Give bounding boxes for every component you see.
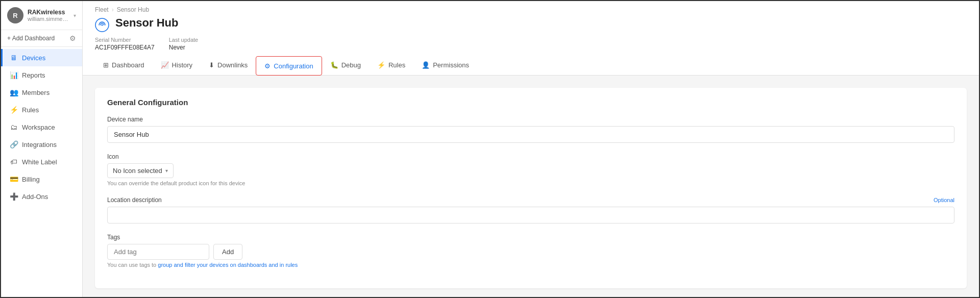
tags-input[interactable] bbox=[107, 244, 209, 260]
location-input[interactable] bbox=[107, 207, 954, 224]
tab-downlinks-label: Downlinks bbox=[217, 61, 248, 69]
icon-group: Icon No Icon selected ▾ You can override… bbox=[107, 153, 954, 186]
device-meta: Serial Number AC1F09FFFE08E4A7 Last upda… bbox=[95, 37, 967, 51]
device-name-input[interactable] bbox=[107, 126, 954, 143]
sidebar: R RAKwireless william.simmerman... ▾ + A… bbox=[1, 1, 83, 298]
sidebar-item-billing[interactable]: 💳 Billing bbox=[1, 170, 82, 188]
section-title: General Configuration bbox=[107, 98, 954, 107]
user-name: william.simmerman... bbox=[28, 16, 69, 22]
tab-configuration[interactable]: ⚙ Configuration bbox=[256, 56, 322, 76]
sidebar-item-label: Reports bbox=[22, 71, 45, 79]
avatar: R bbox=[7, 7, 23, 23]
tab-history-label: History bbox=[172, 61, 192, 69]
location-group: Location description Optional bbox=[107, 196, 954, 224]
breadcrumb-fleet[interactable]: Fleet bbox=[95, 6, 109, 13]
sidebar-item-reports[interactable]: 📊 Reports bbox=[1, 66, 82, 84]
org-info: RAKwireless william.simmerman... bbox=[28, 9, 69, 22]
sidebar-actions: + Add Dashboard ⚙ bbox=[1, 30, 82, 47]
sidebar-item-members[interactable]: 👥 Members bbox=[1, 84, 82, 101]
tab-permissions-label: Permissions bbox=[433, 61, 469, 69]
org-header[interactable]: R RAKwireless william.simmerman... ▾ bbox=[1, 1, 82, 30]
tab-permissions[interactable]: 👤 Permissions bbox=[413, 56, 477, 75]
breadcrumb-sensor-hub[interactable]: Sensor Hub bbox=[117, 6, 149, 13]
chevron-down-icon: ▾ bbox=[74, 13, 76, 18]
tab-history[interactable]: 📈 History bbox=[153, 56, 201, 75]
tabs: ⊞ Dashboard 📈 History ⬇ Downlinks ⚙ Conf… bbox=[95, 56, 967, 75]
tab-configuration-label: Configuration bbox=[274, 62, 313, 70]
icon-label: Icon bbox=[107, 153, 954, 160]
location-label-row: Location description Optional bbox=[107, 196, 954, 204]
tab-debug[interactable]: 🐛 Debug bbox=[322, 56, 369, 75]
add-tag-button[interactable]: Add bbox=[213, 244, 242, 260]
tab-rules-label: Rules bbox=[388, 61, 405, 69]
sensor-hub-logo-icon bbox=[95, 18, 109, 32]
sidebar-item-label: Billing bbox=[22, 176, 40, 183]
configuration-tab-icon: ⚙ bbox=[264, 62, 271, 70]
billing-icon: 💳 bbox=[10, 175, 18, 183]
sidebar-item-label: Rules bbox=[22, 106, 39, 114]
add-dashboard-button[interactable]: + Add Dashboard bbox=[7, 35, 65, 42]
reports-icon: 📊 bbox=[10, 71, 18, 79]
serial-number-label: Serial Number bbox=[95, 37, 155, 43]
add-ons-icon: ➕ bbox=[10, 192, 18, 201]
tab-downlinks[interactable]: ⬇ Downlinks bbox=[201, 56, 256, 75]
sidebar-item-label: Devices bbox=[22, 54, 45, 62]
sidebar-nav: 🖥 Devices 📊 Reports 👥 Members ⚡ Rules 🗂 … bbox=[1, 47, 82, 207]
chevron-down-icon: ▾ bbox=[165, 168, 168, 173]
svg-point-1 bbox=[102, 24, 103, 26]
debug-tab-icon: 🐛 bbox=[330, 61, 338, 69]
icon-select-label: No Icon selected bbox=[113, 167, 162, 175]
last-update-label: Last update bbox=[169, 37, 199, 43]
device-name-label: Device name bbox=[107, 116, 954, 123]
members-icon: 👥 bbox=[10, 88, 18, 96]
white-label-icon: 🏷 bbox=[10, 158, 18, 166]
sidebar-item-workspace[interactable]: 🗂 Workspace bbox=[1, 118, 82, 136]
sidebar-item-integrations[interactable]: 🔗 Integrations bbox=[1, 136, 82, 153]
serial-number-value: AC1F09FFFE08E4A7 bbox=[95, 44, 155, 51]
devices-icon: 🖥 bbox=[10, 54, 18, 62]
sidebar-item-label: Integrations bbox=[22, 141, 57, 148]
dashboard-tab-icon: ⊞ bbox=[103, 61, 109, 69]
content-area: General Configuration Device name Icon N… bbox=[83, 76, 979, 298]
sidebar-item-white-label[interactable]: 🏷 White Label bbox=[1, 153, 82, 170]
tab-dashboard-label: Dashboard bbox=[112, 61, 144, 69]
last-update-value: Never bbox=[169, 44, 199, 51]
sidebar-item-label: Workspace bbox=[22, 123, 55, 131]
icon-select[interactable]: No Icon selected ▾ bbox=[107, 163, 174, 178]
topbar: Fleet › Sensor Hub Sensor Hub Serial Num… bbox=[83, 1, 979, 76]
location-label: Location description bbox=[107, 196, 162, 204]
tab-rules[interactable]: ⚡ Rules bbox=[369, 56, 413, 75]
page-title: Sensor Hub bbox=[115, 16, 178, 30]
org-name: RAKwireless bbox=[28, 9, 69, 16]
main-content: Fleet › Sensor Hub Sensor Hub Serial Num… bbox=[83, 1, 979, 298]
breadcrumb-separator: › bbox=[112, 6, 114, 13]
tags-hint: You can use tags to group and filter you… bbox=[107, 262, 954, 268]
tags-hint-link[interactable]: group and filter your devices on dashboa… bbox=[158, 262, 298, 268]
sidebar-item-label: White Label bbox=[22, 158, 57, 166]
rules-icon: ⚡ bbox=[10, 106, 18, 114]
gear-icon[interactable]: ⚙ bbox=[69, 34, 76, 42]
tags-hint-prefix: You can use tags to bbox=[107, 262, 158, 268]
permissions-tab-icon: 👤 bbox=[422, 61, 430, 69]
last-update-meta: Last update Never bbox=[169, 37, 199, 51]
sidebar-item-devices[interactable]: 🖥 Devices bbox=[1, 49, 82, 66]
location-optional: Optional bbox=[934, 197, 954, 203]
tab-dashboard[interactable]: ⊞ Dashboard bbox=[95, 56, 153, 75]
integrations-icon: 🔗 bbox=[10, 140, 18, 148]
sidebar-item-label: Add-Ons bbox=[22, 193, 48, 201]
icon-hint: You can override the default product ico… bbox=[107, 180, 954, 186]
general-configuration-card: General Configuration Device name Icon N… bbox=[95, 88, 967, 288]
sidebar-item-rules[interactable]: ⚡ Rules bbox=[1, 101, 82, 118]
device-name-group: Device name bbox=[107, 116, 954, 143]
tab-debug-label: Debug bbox=[341, 61, 361, 69]
history-tab-icon: 📈 bbox=[161, 61, 169, 69]
downlinks-tab-icon: ⬇ bbox=[209, 61, 214, 69]
serial-number-meta: Serial Number AC1F09FFFE08E4A7 bbox=[95, 37, 155, 51]
tags-label: Tags bbox=[107, 234, 954, 241]
sidebar-item-label: Members bbox=[22, 89, 50, 96]
breadcrumb: Fleet › Sensor Hub bbox=[95, 1, 967, 16]
tags-group: Tags Add You can use tags to group and f… bbox=[107, 234, 954, 268]
rules-tab-icon: ⚡ bbox=[377, 61, 385, 69]
sidebar-item-add-ons[interactable]: ➕ Add-Ons bbox=[1, 188, 82, 205]
tags-input-row: Add bbox=[107, 244, 954, 260]
